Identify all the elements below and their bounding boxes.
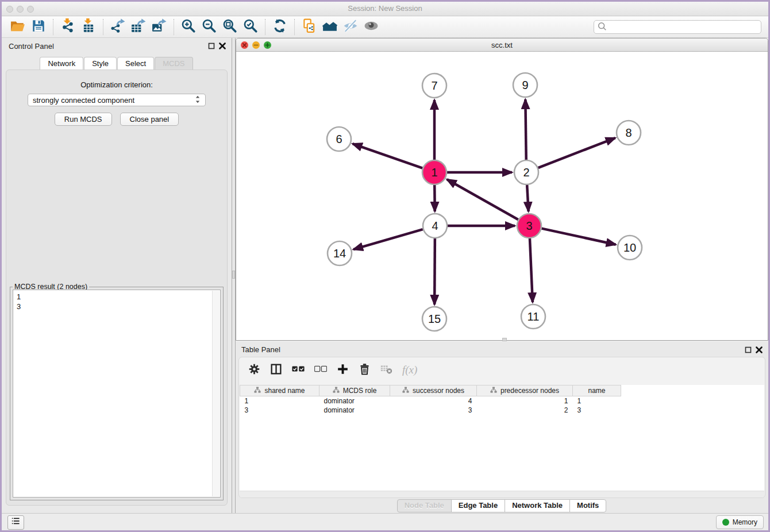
tree-icon — [490, 387, 497, 395]
memory-button[interactable]: Memory — [716, 515, 764, 529]
mcds-result-textarea[interactable]: 13 — [13, 290, 221, 498]
edge-3-10[interactable] — [541, 229, 615, 245]
plus-button[interactable] — [337, 363, 349, 377]
import-network-button[interactable] — [57, 18, 78, 36]
show-all-button[interactable] — [361, 18, 382, 36]
close-panel-icon[interactable] — [219, 41, 226, 52]
open-file-button[interactable] — [7, 18, 28, 36]
save-session-button[interactable] — [28, 18, 49, 36]
column-header-name[interactable]: name — [573, 385, 621, 396]
graph-node-2[interactable]: 2 — [514, 160, 538, 184]
graph-node-6[interactable]: 6 — [327, 127, 351, 151]
splitter-grip[interactable] — [232, 271, 235, 279]
table-toolbar: f(x) — [239, 357, 765, 383]
refresh-button[interactable] — [270, 18, 290, 36]
graph-node-1[interactable]: 1 — [422, 160, 446, 184]
graph-node-15[interactable]: 15 — [422, 307, 446, 331]
table-cell[interactable]: dominator — [319, 396, 390, 406]
float-panel-icon[interactable] — [208, 41, 215, 52]
export-image-icon — [152, 18, 167, 36]
edge-3-1[interactable] — [447, 179, 518, 219]
table-row[interactable]: 1dominator411 — [240, 396, 621, 406]
table-cell[interactable]: 4 — [390, 396, 477, 406]
criterion-dropdown[interactable]: strongly connected component — [28, 94, 206, 106]
graph-node-4[interactable]: 4 — [423, 214, 447, 238]
table-row[interactable]: 3dominator323 — [240, 406, 621, 415]
graph-node-3[interactable]: 3 — [517, 214, 541, 238]
result-scrollbar[interactable] — [212, 291, 220, 496]
tab-motifs[interactable]: Motifs — [569, 499, 606, 512]
table-cell[interactable]: dominator — [319, 406, 390, 415]
table-cell[interactable]: 1 — [573, 396, 621, 406]
tab-network-table[interactable]: Network Table — [505, 499, 570, 512]
edge-3-11[interactable] — [530, 238, 533, 302]
tab-edge-table[interactable]: Edge Table — [451, 499, 505, 512]
graph-node-9[interactable]: 9 — [513, 73, 537, 97]
edge-4-14[interactable] — [353, 229, 423, 249]
panel-splitter[interactable] — [232, 38, 236, 513]
edge-2-3[interactable] — [527, 185, 528, 211]
trash-button[interactable] — [359, 363, 371, 377]
table-cell[interactable]: 2 — [477, 406, 573, 415]
tab-select[interactable]: Select — [117, 57, 154, 70]
zoom-in-icon — [181, 18, 196, 36]
task-history-button[interactable] — [7, 515, 24, 530]
export-table-button[interactable] — [128, 18, 149, 36]
run-mcds-button[interactable]: Run MCDS — [55, 113, 112, 126]
hide-selected-button[interactable] — [340, 18, 361, 36]
node-label: 14 — [333, 247, 346, 260]
network-resize-grip[interactable] — [502, 338, 507, 341]
graph-node-7[interactable]: 7 — [422, 74, 446, 98]
network-canvas[interactable]: 1234678910111415 — [236, 52, 768, 340]
import-table-button[interactable] — [78, 18, 99, 36]
close-table-panel-icon[interactable] — [756, 345, 763, 356]
edge-2-9[interactable] — [525, 99, 526, 160]
graph-node-8[interactable]: 8 — [617, 121, 641, 145]
column-header-shared-name[interactable]: shared name — [240, 385, 319, 396]
zoom-in-button[interactable] — [178, 18, 199, 36]
control-panel-title: Control Panel — [9, 42, 54, 51]
mcds-panel: Optimization criterion: strongly connect… — [6, 70, 228, 506]
delete-table-icon — [380, 363, 392, 377]
tab-node-table[interactable]: Node Table — [397, 499, 452, 512]
search-input[interactable] — [607, 23, 758, 31]
edge-4-15[interactable] — [434, 238, 435, 304]
toolbar-separator — [265, 19, 265, 35]
edge-2-8[interactable] — [538, 138, 615, 168]
table-cell[interactable]: 1 — [240, 396, 319, 406]
checkbox-checked-pair-icon — [292, 363, 305, 377]
tab-network[interactable]: Network — [40, 57, 83, 70]
checkbox-unchecked-pair-button[interactable] — [314, 363, 327, 377]
column-header-MCDS-role[interactable]: MCDS role — [319, 385, 390, 396]
graph-node-10[interactable]: 10 — [618, 236, 642, 260]
zoom-selected-icon — [243, 18, 258, 36]
export-network-button[interactable] — [107, 18, 128, 36]
close-panel-button[interactable]: Close panel — [120, 113, 179, 126]
open-file-icon — [10, 18, 25, 36]
zoom-fit-button[interactable] — [220, 18, 240, 36]
columns-button[interactable] — [270, 363, 282, 377]
graph-node-11[interactable]: 11 — [521, 304, 545, 329]
table-cell[interactable]: 1 — [477, 396, 573, 406]
zoom-out-button[interactable] — [199, 18, 220, 36]
tab-style[interactable]: Style — [84, 57, 117, 70]
column-header-successor-nodes[interactable]: successor nodes — [390, 385, 477, 396]
export-image-button[interactable] — [149, 18, 170, 36]
column-header-predecessor-nodes[interactable]: predecessor nodes — [477, 385, 573, 396]
float-table-panel-icon[interactable] — [745, 345, 752, 356]
result-line: 3 — [17, 302, 217, 311]
home-layout-button[interactable] — [319, 18, 340, 36]
table-cell[interactable]: 3 — [573, 406, 621, 415]
zoom-selected-button[interactable] — [240, 18, 261, 36]
table-cell[interactable]: 3 — [240, 406, 319, 415]
search-box[interactable] — [594, 20, 761, 34]
checkbox-checked-pair-button[interactable] — [292, 363, 305, 377]
copy-view-button[interactable] — [299, 18, 319, 36]
graph-node-14[interactable]: 14 — [328, 241, 352, 265]
window-title: Session: New Session — [2, 4, 768, 13]
edge-1-6[interactable] — [353, 144, 423, 168]
tab-mcds[interactable]: MCDS — [155, 57, 192, 70]
table-tabs: Node TableEdge TableNetwork TableMotifs — [236, 499, 768, 512]
table-cell[interactable]: 3 — [390, 406, 477, 415]
gear-button[interactable] — [248, 363, 260, 377]
